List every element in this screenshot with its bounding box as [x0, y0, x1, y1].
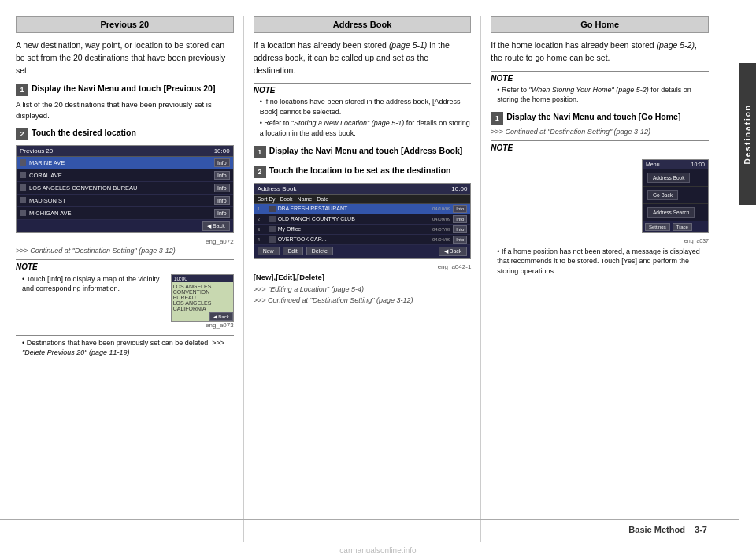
step2-badge-ab: 2: [254, 166, 266, 178]
location-icon: [20, 159, 26, 166]
map-header: 10:00: [172, 275, 233, 282]
edit-btn[interactable]: Edit: [283, 247, 303, 255]
note-image-side: 10:00 LOS ANGELESCONVENTION BUREAULOS AN…: [171, 274, 234, 330]
info-btn[interactable]: Info: [214, 184, 230, 192]
row-label: MADISON ST: [29, 197, 66, 204]
ab-continued: >>> Continued at "Destination Setting" (…: [254, 296, 472, 304]
info-btn[interactable]: Info: [214, 196, 230, 205]
ab-screen-caption: eng_a042-1: [254, 263, 472, 270]
step1-badge-gh: 1: [491, 112, 503, 125]
continued-text-prev: >>> Continued at "Destination Setting" (…: [16, 247, 234, 255]
info-btn[interactable]: Info: [214, 158, 230, 167]
note-text-side: Touch [Info] to display a map of the vic…: [16, 274, 166, 330]
settings-btn[interactable]: Settings: [645, 223, 670, 231]
info-btn[interactable]: Info: [453, 215, 467, 223]
previous20-body: A new destination, way point, or locatio…: [16, 39, 234, 76]
gh-row: Address Search: [643, 204, 708, 221]
ab-row: 4 OVERTOOK CAR... 04/04/09 Info: [254, 235, 471, 245]
screen-header: Previous 20 10:00: [17, 146, 233, 157]
ab-time: 10:00: [451, 185, 467, 192]
row-date: 04/09/09: [432, 217, 450, 221]
info-btn[interactable]: Info: [453, 225, 467, 233]
row-label: MICHIGAN AVE: [29, 210, 72, 217]
gh-note-item: If a home position has not been stored, …: [491, 247, 709, 277]
delete-btn[interactable]: Delete: [306, 247, 333, 255]
info-btn[interactable]: Info: [214, 171, 230, 180]
gh-item-goback[interactable]: Go Back: [647, 190, 678, 200]
back-btn[interactable]: ◀ Back: [439, 247, 468, 256]
note-title-ab: NOTE: [254, 86, 472, 95]
ab-screen-header: Address Book 10:00: [254, 184, 471, 195]
screen-row: MICHIGAN AVE Info: [17, 207, 233, 220]
row-date: 04/04/09: [432, 237, 450, 242]
note-title-gh: NOTE: [491, 74, 709, 83]
row-num: 2: [258, 217, 267, 221]
ab-body: If a location has already been stored (p…: [254, 39, 472, 76]
map-mock: 10:00 LOS ANGELESCONVENTION BUREAULOS AN…: [171, 274, 234, 322]
screen-title: Previous 20: [20, 147, 53, 154]
sort-book: Book: [280, 196, 293, 202]
trace-btn[interactable]: Trace: [673, 223, 692, 231]
gh-continued: >>> Continued at "Destination Setting" (…: [491, 128, 709, 136]
page-container: Destination Previous 20 A new destinatio…: [0, 0, 756, 558]
new-btn[interactable]: New: [258, 247, 280, 255]
row-date: 04/07/09: [432, 227, 450, 232]
gh-footer: Settings Trace: [643, 221, 708, 232]
note-box-prev: NOTE Touch [Info] to display a map of th…: [16, 259, 234, 330]
note-box-ab: NOTE If no locations have been stored in…: [254, 83, 472, 138]
note-box-gh: NOTE Refer to "When Storing Your Home" (…: [491, 71, 709, 105]
row-label: CORAL AVE: [29, 172, 62, 179]
info-btn[interactable]: Info: [214, 209, 230, 218]
gh-title: Menu: [646, 162, 660, 167]
info-btn[interactable]: Info: [453, 236, 467, 244]
step2-badge-prev: 2: [16, 128, 28, 140]
location-icon: [269, 206, 276, 212]
location-icon: [20, 172, 26, 178]
ab-row: 1 DBA FRESH RESTAURANT 04/10/09 Info: [254, 204, 471, 214]
row-label: MARINE AVE: [29, 159, 65, 166]
note-title2-gh: NOTE: [491, 143, 709, 152]
screen-row: LOS ANGELES CONVENTION BUREAU Info: [17, 182, 233, 195]
step1-header-prev: 1 Display the Navi Menu and touch [Previ…: [16, 83, 234, 96]
row-num: 3: [258, 227, 267, 232]
footer-page: 3-7: [695, 525, 707, 534]
ab-row: 2 OLD RANCH COUNTRY CLUB 04/09/09 Info: [254, 214, 471, 225]
map-footer-btn[interactable]: ◀ Back: [209, 312, 233, 321]
column-gohome: Go Home If the home location has already…: [481, 16, 732, 542]
gh-item-address[interactable]: Address Book: [647, 173, 690, 183]
note-item-ab2: Refer to "Storing a New Location" (page …: [254, 118, 472, 138]
step2-header-prev: 2 Touch the desired location: [16, 127, 234, 140]
bottom-bar: Basic Method 3-7: [0, 519, 739, 534]
ab-link-label: [New],[Edit],[Delete]: [254, 272, 472, 282]
sidebar-tab: Destination: [739, 63, 756, 205]
location-icon: [20, 184, 26, 191]
step2-text-prev: Touch the desired location: [32, 127, 136, 139]
back-btn[interactable]: ◀ Back: [202, 221, 230, 231]
location-icon: [20, 197, 26, 203]
gh-note-text: If a home position has not been stored, …: [491, 247, 709, 277]
ab-title: Address Book: [258, 185, 297, 192]
step1-badge-ab: 1: [254, 146, 266, 158]
col-header-ab: Address Book: [254, 16, 472, 33]
prev20-screen: Previous 20 10:00 MARINE AVE Info CORAL …: [16, 145, 234, 233]
col-header-gh: Go Home: [491, 16, 709, 33]
note-box2-prev: Destinations that have been previously s…: [16, 335, 234, 358]
note-item2: Destinations that have been previously s…: [16, 338, 234, 358]
screen-row: MARINE AVE Info: [17, 157, 233, 169]
location-icon: [269, 236, 276, 243]
ab-sort-row: Sort By Book Name Date: [254, 195, 471, 204]
gh-item-search[interactable]: Address Search: [647, 207, 695, 218]
row-num: 1: [258, 206, 267, 211]
sidebar-label: Destination: [743, 104, 752, 164]
info-btn[interactable]: Info: [453, 205, 467, 213]
screen-row: MADISON ST Info: [17, 195, 233, 207]
step2-header-ab: 2 Touch the location to be set as the de…: [254, 165, 472, 178]
footer-label: Basic Method: [628, 525, 685, 534]
sort-label: Sort By: [258, 196, 276, 202]
step1-badge-prev: 1: [16, 84, 28, 96]
screen-time: 10:00: [214, 147, 230, 154]
row-name: OVERTOOK CAR...: [278, 236, 430, 242]
row-name: OLD RANCH COUNTRY CLUB: [278, 216, 430, 221]
row-name: My Office: [278, 226, 430, 232]
watermark: carmanualsonline.info: [339, 546, 416, 555]
